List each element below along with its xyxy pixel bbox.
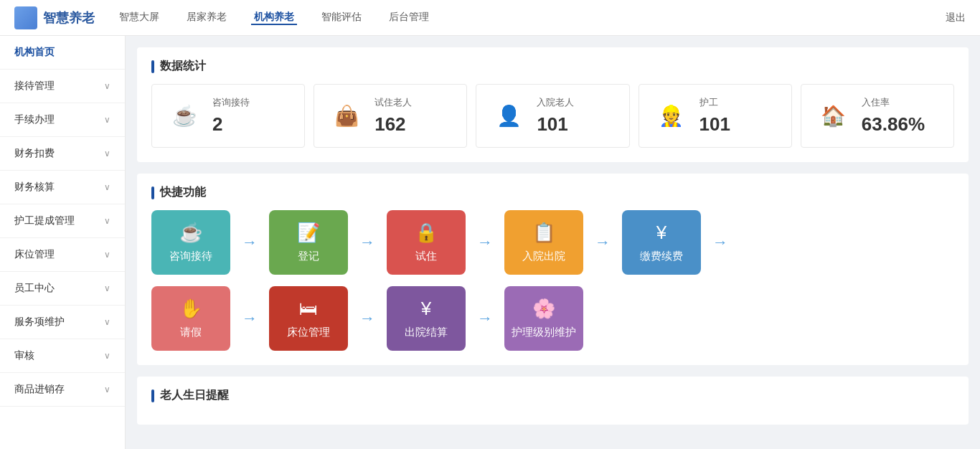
chevron-down-icon: ∨	[104, 182, 110, 192]
main-layout: 机构首页接待管理∨手续办理∨财务扣费∨财务核算∨护工提成管理∨床位管理∨员工中心…	[0, 36, 980, 449]
sidebar-item-label: 接待管理	[14, 80, 55, 93]
stat-card-入院老人: 👤入院老人101	[476, 84, 629, 148]
sidebar-item-接待管理[interactable]: 接待管理∨	[0, 70, 125, 103]
logo: 智慧养老	[14, 6, 95, 29]
sidebar-item-护工提成管理[interactable]: 护工提成管理∨	[0, 204, 125, 238]
stat-label: 入住率	[862, 96, 939, 109]
sidebar-item-label: 服务项维护	[14, 316, 65, 329]
quick-btn-icon: ✋	[179, 298, 202, 320]
quick-btn-icon: 📋	[532, 222, 555, 244]
quick-row-0: ☕咨询接待→📝登记→🔒试住→📋入院出院→¥缴费续费→	[151, 210, 954, 275]
arrow-icon: →	[583, 233, 622, 252]
topnav-item-智能评估[interactable]: 智能评估	[319, 11, 364, 25]
arrow-icon: →	[348, 233, 387, 252]
stat-card-入住率: 🏠入住率63.86%	[801, 84, 954, 148]
quick-btn-label: 请假	[180, 326, 202, 339]
quick-btn-label: 试住	[415, 250, 437, 263]
topnav-item-机构养老[interactable]: 机构养老	[251, 11, 297, 25]
quick-row-1: ✋请假→🛏床位管理→¥出院结算→🌸护理级别维护	[151, 286, 954, 351]
sidebar-item-财务扣费[interactable]: 财务扣费∨	[0, 137, 125, 171]
stat-icon: 🏠	[816, 98, 852, 134]
quick-btn-请假[interactable]: ✋请假	[151, 286, 230, 351]
stats-grid: ☕咨询接待2👜试住老人162👤入院老人101👷护工101🏠入住率63.86%	[151, 84, 954, 148]
topnav-menu: 智慧大屏居家养老机构养老智能评估后台管理	[116, 11, 946, 25]
sidebar: 机构首页接待管理∨手续办理∨财务扣费∨财务核算∨护工提成管理∨床位管理∨员工中心…	[0, 36, 126, 449]
stat-label: 试住老人	[374, 96, 452, 109]
main-content: 数据统计 ☕咨询接待2👜试住老人162👤入院老人101👷护工101🏠入住率63.…	[126, 36, 980, 449]
quick-btn-咨询接待[interactable]: ☕咨询接待	[151, 210, 230, 275]
stat-card-咨询接待: ☕咨询接待2	[151, 84, 305, 148]
quick-btn-icon: 🔒	[415, 222, 438, 244]
arrow-icon: →	[466, 309, 504, 328]
stat-value: 101	[699, 113, 777, 136]
logo-text: 智慧养老	[43, 9, 95, 27]
quick-btn-icon: ¥	[656, 222, 666, 244]
stat-value: 63.86%	[862, 113, 939, 136]
stat-icon: 👤	[491, 98, 527, 134]
topnav: 智慧养老 智慧大屏居家养老机构养老智能评估后台管理 退出	[0, 0, 980, 36]
arrow-icon: →	[230, 309, 269, 328]
chevron-down-icon: ∨	[104, 216, 110, 226]
stat-value: 2	[212, 113, 290, 136]
quick-btn-icon: 🛏	[299, 298, 318, 320]
stat-value: 162	[374, 113, 452, 136]
sidebar-item-label: 护工提成管理	[14, 214, 75, 227]
quick-btn-试住[interactable]: 🔒试住	[387, 210, 466, 275]
quick-btn-label: 床位管理	[287, 326, 330, 339]
sidebar-item-服务项维护[interactable]: 服务项维护∨	[0, 306, 125, 339]
topnav-item-居家养老[interactable]: 居家养老	[184, 11, 230, 25]
arrow-icon: →	[466, 233, 504, 252]
chevron-down-icon: ∨	[104, 250, 110, 260]
sidebar-item-label: 员工中心	[14, 282, 55, 295]
quick-btn-登记[interactable]: 📝登记	[269, 210, 348, 275]
sidebar-item-手续办理[interactable]: 手续办理∨	[0, 103, 125, 137]
stat-label: 护工	[699, 96, 777, 109]
quick-btn-label: 缴费续费	[640, 250, 683, 263]
sidebar-item-label: 床位管理	[14, 248, 55, 261]
sidebar-item-财务核算[interactable]: 财务核算∨	[0, 171, 125, 204]
quick-title: 快捷功能	[151, 185, 954, 200]
stats-title: 数据统计	[151, 59, 954, 74]
birthday-title: 老人生日提醒	[151, 388, 954, 403]
sidebar-item-床位管理[interactable]: 床位管理∨	[0, 238, 125, 272]
stat-value: 101	[537, 113, 614, 136]
stat-icon: 👜	[329, 98, 364, 134]
quick-btn-缴费续费[interactable]: ¥缴费续费	[622, 210, 701, 275]
sidebar-item-员工中心[interactable]: 员工中心∨	[0, 272, 125, 306]
topnav-item-智慧大屏[interactable]: 智慧大屏	[116, 11, 162, 25]
sidebar-item-label: 商品进销存	[14, 383, 65, 396]
sidebar-item-机构首页[interactable]: 机构首页	[0, 36, 125, 70]
quick-btn-icon: ☕	[179, 222, 202, 244]
sidebar-item-审核[interactable]: 审核∨	[0, 339, 125, 373]
quick-btn-label: 护理级别维护	[512, 326, 576, 339]
quick-btn-label: 入院出院	[522, 250, 565, 263]
quick-btn-出院结算[interactable]: ¥出院结算	[387, 286, 466, 351]
quick-btn-label: 登记	[298, 250, 319, 263]
quick-rows: ☕咨询接待→📝登记→🔒试住→📋入院出院→¥缴费续费→✋请假→🛏床位管理→¥出院结…	[151, 210, 954, 351]
quick-section: 快捷功能 ☕咨询接待→📝登记→🔒试住→📋入院出院→¥缴费续费→✋请假→🛏床位管理…	[137, 174, 969, 365]
quick-btn-icon: 🌸	[532, 298, 555, 320]
sidebar-item-label: 财务核算	[14, 181, 55, 194]
stat-icon: ☕	[166, 98, 202, 134]
stat-label: 咨询接待	[212, 96, 290, 109]
stat-label: 入院老人	[537, 96, 614, 109]
quick-btn-icon: ¥	[421, 298, 431, 320]
quick-btn-icon: 📝	[297, 222, 320, 244]
sidebar-item-label: 审核	[14, 349, 34, 362]
logout-button[interactable]: 退出	[946, 11, 966, 24]
chevron-down-icon: ∨	[104, 351, 110, 361]
arrow-icon: →	[348, 309, 387, 328]
stats-section: 数据统计 ☕咨询接待2👜试住老人162👤入院老人101👷护工101🏠入住率63.…	[137, 47, 969, 162]
chevron-down-icon: ∨	[104, 81, 110, 91]
sidebar-item-商品进销存[interactable]: 商品进销存∨	[0, 373, 125, 407]
quick-btn-入院出院[interactable]: 📋入院出院	[504, 210, 583, 275]
quick-btn-床位管理[interactable]: 🛏床位管理	[269, 286, 348, 351]
arrow-icon: →	[230, 233, 269, 252]
chevron-down-icon: ∨	[104, 384, 110, 394]
chevron-down-icon: ∨	[104, 283, 110, 293]
birthday-section: 老人生日提醒	[137, 377, 969, 425]
chevron-down-icon: ∨	[104, 317, 110, 327]
quick-btn-护理级别维护[interactable]: 🌸护理级别维护	[504, 286, 583, 351]
topnav-item-后台管理[interactable]: 后台管理	[386, 11, 432, 25]
chevron-down-icon: ∨	[104, 115, 110, 125]
